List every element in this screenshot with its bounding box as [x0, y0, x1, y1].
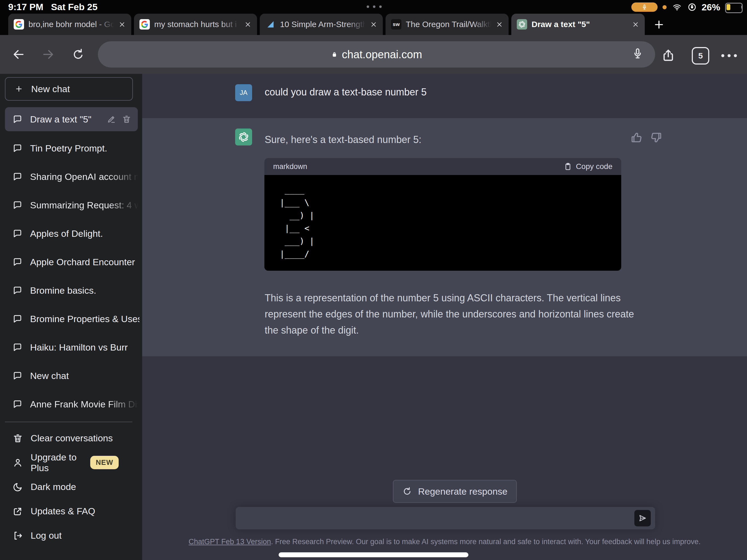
tab-title: The Oregon Trail/Walkth [406, 20, 491, 29]
footer-disclaimer: ChatGPT Feb 13 Version. Free Research Pr… [142, 538, 747, 546]
new-chat-label: New chat [31, 84, 70, 94]
home-indicator[interactable] [279, 552, 468, 557]
copy-code-label: Copy code [576, 162, 613, 171]
top-band: 9:17 PM Sat Feb 25 26% [0, 0, 747, 35]
chat-history-label: Sharing OpenAI account not [30, 172, 139, 182]
sidebar-menu-item[interactable]: Updates & FAQ [0, 499, 142, 524]
tab-close-icon[interactable] [119, 21, 126, 28]
sidebar-menu-label: Clear conversations [31, 433, 113, 443]
chat-history-item[interactable]: Haiku: Hamilton vs Burr [0, 333, 142, 361]
sidebar-menu-item[interactable]: Upgrade to Plus NEW [0, 450, 142, 475]
tab-close-icon[interactable] [632, 21, 639, 28]
chat-history-item[interactable]: Sharing OpenAI account not [0, 162, 142, 191]
chat-history-item[interactable]: Tin Poetry Prompt. [0, 134, 142, 162]
url-mic-button[interactable] [632, 48, 644, 59]
share-button[interactable] [661, 48, 675, 62]
chat-bubble-icon [12, 143, 22, 153]
mic-inuse-pill [632, 2, 658, 12]
browser-menu-button[interactable] [721, 54, 737, 57]
new-badge: NEW [90, 456, 119, 469]
reload-button[interactable] [72, 48, 85, 61]
chat-history-item[interactable]: Bromine Properties & Uses. [0, 305, 142, 333]
chat-history-item[interactable]: Summarizing Request: 4 wor [0, 191, 142, 219]
copy-code-button[interactable]: Copy code [564, 162, 613, 171]
sidebar-divider [5, 422, 132, 422]
trash-icon [12, 433, 23, 443]
tab-title: Draw a text "5" [532, 20, 627, 29]
chat-history-label: New chat [30, 371, 69, 381]
chat-bubble-icon [12, 257, 22, 267]
message-input[interactable] [242, 510, 626, 527]
code-block-header: markdown Copy code [264, 158, 621, 175]
chat-history-item[interactable]: New chat [0, 361, 142, 390]
browser-tab[interactable]: sw The Ore [386, 14, 509, 35]
clipboard-icon [564, 162, 572, 171]
tab-close-icon[interactable] [244, 21, 252, 28]
code-language-label: markdown [273, 162, 307, 171]
feedback-buttons [630, 131, 663, 144]
sidebar-menu-item[interactable]: Clear conversations [0, 426, 142, 450]
external-link-icon [12, 506, 23, 516]
new-chat-button[interactable]: New chat [5, 77, 133, 101]
user-avatar: JA [235, 84, 252, 101]
browser-tab[interactable]: sw my stom [134, 14, 257, 35]
status-right: 26% [632, 1, 743, 13]
url-text: chat.openai.com [342, 48, 422, 61]
chat-history-item[interactable]: Bromine basics. [0, 276, 142, 305]
battery-icon [725, 3, 743, 11]
tab-close-icon[interactable] [370, 21, 377, 28]
logout-icon [12, 531, 23, 541]
sidebar-menu-label: Updates & FAQ [31, 506, 95, 516]
chat-bubble-icon [12, 200, 22, 210]
assistant-message-row: Sure, here's a text-based number 5: mark… [142, 118, 747, 356]
code-block: markdown Copy code ____ |___ \ __) | |__… [264, 158, 621, 271]
chat-history-item[interactable]: Anne Frank Movie Film Disco [0, 390, 142, 418]
person-icon [12, 457, 23, 468]
sidebar-item-selected[interactable]: Draw a text "5" [5, 107, 138, 131]
new-tab-button[interactable] [653, 19, 665, 31]
regenerate-response-button[interactable]: Regenerate response [393, 480, 517, 503]
sidebar-menu-item[interactable]: Dark mode [0, 475, 142, 499]
thumbs-down-button[interactable] [650, 131, 663, 144]
forward-button[interactable] [42, 48, 55, 61]
regenerate-label: Regenerate response [418, 486, 508, 497]
browser-tab[interactable]: sw 10 Simp [260, 14, 383, 35]
tab-close-icon[interactable] [496, 21, 503, 28]
send-button[interactable] [634, 510, 651, 526]
sidebar-menu-item[interactable]: Log out [0, 524, 142, 548]
chat-history-label: Summarizing Request: 4 wor [30, 200, 139, 210]
tab-title: my stomach hurts but i c [154, 20, 240, 29]
chat-history-item[interactable]: Apples of Delight. [0, 219, 142, 248]
moon-icon [12, 482, 23, 492]
sidebar-menu-label: Upgrade to Plus [31, 452, 83, 473]
footer-text: . Free Research Preview. Our goal is to … [271, 538, 700, 546]
status-bar: 9:17 PM Sat Feb 25 26% [0, 0, 747, 14]
tab-title: 10 Simple Arm-Strength [280, 20, 366, 29]
assistant-explanation: This is a representation of the number 5… [265, 290, 642, 338]
code-block-body: ____ |___ \ __) | |__ < ___) | |____/ [264, 175, 621, 271]
plus-icon [15, 85, 23, 93]
chat-bubble-icon [12, 229, 22, 238]
edit-icon[interactable] [107, 114, 116, 124]
chatgpt-sidebar: New chat Draw a text "5" Tin Poetry Prom… [0, 74, 142, 560]
openai-logo-icon [238, 131, 250, 143]
rotation-lock-icon [687, 2, 697, 12]
chat-history-label: Apples of Delight. [30, 228, 103, 239]
chat-bubble-icon [12, 114, 22, 124]
chat-bubble-icon [12, 172, 22, 182]
status-date: Sat Feb 25 [51, 2, 98, 12]
url-bar[interactable]: chat.openai.com [98, 41, 655, 68]
thumbs-up-button[interactable] [630, 131, 643, 144]
user-message-row: JA could you draw a text-base number 5 [142, 74, 747, 118]
browser-tab[interactable]: sw bro,ine [8, 14, 131, 35]
chat-history-item[interactable]: Apple Orchard Encounter [0, 248, 142, 276]
multitask-dots-icon [367, 5, 382, 8]
battery-percent: 26% [702, 2, 720, 12]
back-button[interactable] [12, 48, 25, 61]
browser-tab[interactable]: sw Draw a [511, 14, 645, 35]
delete-icon[interactable] [122, 114, 131, 124]
strategywiki-favicon-icon: sw [391, 19, 402, 29]
version-link[interactable]: ChatGPT Feb 13 Version [189, 538, 271, 546]
tabs-overview-button[interactable]: 5 [692, 47, 709, 65]
chat-bubble-icon [12, 285, 22, 295]
